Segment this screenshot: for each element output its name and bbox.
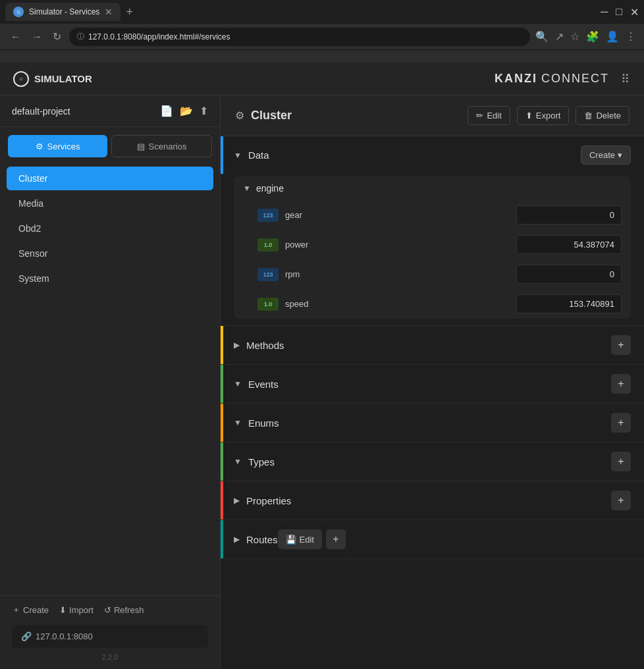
logo-icon: ○ bbox=[13, 71, 29, 87]
enums-chevron-icon: ▼ bbox=[234, 418, 242, 427]
main-content: ⚙ Cluster ✏ Edit ⬆ Export 🗑 Delete bbox=[221, 95, 644, 669]
tab-close-button[interactable]: ✕ bbox=[105, 7, 113, 17]
plus-icon: ＋ bbox=[12, 604, 20, 616]
version-text: 2.2.0 bbox=[12, 653, 208, 661]
service-item-system[interactable]: System bbox=[7, 267, 213, 290]
gear-value[interactable]: 0 bbox=[516, 205, 622, 225]
methods-section-header[interactable]: ▶ Methods + bbox=[221, 326, 644, 364]
profile-icon[interactable]: 👤 bbox=[606, 30, 619, 43]
gear-type-badge: 123 bbox=[257, 209, 279, 222]
forward-button[interactable]: → bbox=[29, 28, 45, 45]
app-title: SIMULATOR bbox=[34, 73, 92, 84]
events-chevron-icon: ▼ bbox=[234, 379, 242, 388]
data-row-gear: 123 gear 0 bbox=[234, 200, 631, 230]
engine-header[interactable]: ▼ engine bbox=[234, 176, 631, 200]
export-icon: ⬆ bbox=[525, 111, 533, 120]
scenarios-tab-label: Scenarios bbox=[149, 142, 187, 151]
address-bar[interactable]: ⓘ 127.0.0.1:8080/app/index.html#/service… bbox=[69, 28, 530, 46]
grid-icon[interactable]: ⠿ bbox=[621, 72, 631, 86]
bookmark-icon[interactable]: ☆ bbox=[570, 30, 579, 43]
sidebar: default-project 📄 📂 ⬆ ⚙ Services ▤ Scena… bbox=[0, 95, 221, 669]
edit-button[interactable]: ✏ Edit bbox=[468, 106, 510, 125]
types-section-header[interactable]: ▼ Types + bbox=[221, 442, 644, 481]
create-label: Create bbox=[23, 605, 49, 615]
data-row-speed: 1.0 speed 153.740891 bbox=[234, 289, 631, 319]
routes-section-title: Routes bbox=[246, 534, 278, 545]
cluster-icon: ⚙ bbox=[235, 109, 244, 122]
methods-section: ▶ Methods + bbox=[221, 326, 644, 365]
cluster-header: ⚙ Cluster ✏ Edit ⬆ Export 🗑 Delete bbox=[221, 95, 644, 136]
sidebar-tabs: ⚙ Services ▤ Scenarios bbox=[0, 127, 220, 157]
add-route-button[interactable]: + bbox=[326, 529, 346, 549]
add-type-button[interactable]: + bbox=[611, 452, 631, 471]
data-section-header[interactable]: ▼ Data Create ▾ bbox=[221, 136, 644, 174]
data-section-bar bbox=[221, 136, 223, 174]
new-tab-button[interactable]: + bbox=[123, 5, 136, 19]
connection-status-icon: 🔗 bbox=[21, 631, 32, 641]
new-file-icon[interactable]: 📄 bbox=[160, 105, 173, 117]
close-window-button[interactable]: ✕ bbox=[630, 6, 639, 18]
service-item-sensor[interactable]: Sensor bbox=[7, 242, 213, 265]
add-method-button[interactable]: + bbox=[611, 335, 631, 355]
events-section-title: Events bbox=[248, 379, 279, 390]
tab-services[interactable]: ⚙ Services bbox=[8, 135, 107, 157]
enums-section-title: Enums bbox=[248, 417, 279, 429]
enums-section: ▼ Enums + bbox=[221, 404, 644, 442]
routes-chevron-icon: ▶ bbox=[234, 535, 240, 544]
routes-edit-button[interactable]: 💾 Edit bbox=[278, 529, 322, 549]
upload-icon[interactable]: ⬆ bbox=[200, 105, 208, 117]
open-folder-icon[interactable]: 📂 bbox=[180, 105, 193, 117]
maximize-button[interactable]: □ bbox=[616, 6, 622, 18]
routes-section: ▶ Routes 💾 Edit + bbox=[221, 520, 644, 559]
active-tab[interactable]: S Simulator - Services ✕ bbox=[5, 3, 121, 21]
extensions-icon[interactable]: 🧩 bbox=[586, 30, 599, 43]
rpm-value[interactable]: 0 bbox=[516, 265, 622, 284]
properties-section: ▶ Properties + bbox=[221, 481, 644, 520]
refresh-button[interactable]: ↺ Refresh bbox=[104, 604, 144, 616]
tab-title: Simulator - Services bbox=[29, 7, 99, 16]
routes-section-header[interactable]: ▶ Routes 💾 Edit + bbox=[221, 520, 644, 558]
reload-button[interactable]: ↻ bbox=[50, 28, 64, 45]
menu-icon[interactable]: ⋮ bbox=[626, 30, 636, 43]
rpm-type-badge: 123 bbox=[257, 268, 279, 281]
share-icon[interactable]: ↗ bbox=[555, 30, 564, 43]
methods-section-bar bbox=[221, 326, 223, 364]
service-item-cluster[interactable]: Cluster bbox=[7, 167, 213, 190]
tab-scenarios[interactable]: ▤ Scenarios bbox=[111, 135, 212, 157]
refresh-label: Refresh bbox=[114, 605, 144, 615]
services-tab-icon: ⚙ bbox=[36, 142, 43, 151]
search-icon[interactable]: 🔍 bbox=[535, 30, 549, 43]
events-section-header[interactable]: ▼ Events + bbox=[221, 365, 644, 403]
delete-icon: 🗑 bbox=[584, 111, 593, 120]
kanzi-light-text: CONNECT bbox=[541, 72, 609, 86]
add-event-button[interactable]: + bbox=[611, 374, 631, 394]
create-data-button[interactable]: Create ▾ bbox=[581, 146, 631, 165]
types-section: ▼ Types + bbox=[221, 442, 644, 481]
cluster-actions: ✏ Edit ⬆ Export 🗑 Delete bbox=[468, 106, 630, 125]
toolbar-icons: 🔍 ↗ ☆ 🧩 👤 ⋮ bbox=[535, 30, 636, 43]
properties-section-header[interactable]: ▶ Properties + bbox=[221, 481, 644, 520]
properties-section-bar bbox=[221, 481, 223, 520]
create-service-button[interactable]: ＋ Create bbox=[12, 604, 49, 616]
service-item-obd2[interactable]: Obd2 bbox=[7, 217, 213, 240]
create-chevron-icon: ▾ bbox=[618, 150, 622, 160]
import-button[interactable]: ⬇ Import bbox=[59, 604, 94, 616]
routes-edit-icon: 💾 bbox=[286, 535, 296, 545]
routes-actions: 💾 Edit + bbox=[278, 529, 346, 549]
back-button[interactable]: ← bbox=[8, 28, 24, 45]
import-icon: ⬇ bbox=[59, 605, 67, 615]
rpm-field-name: rpm bbox=[285, 269, 510, 279]
service-item-media[interactable]: Media bbox=[7, 192, 213, 215]
add-enum-button[interactable]: + bbox=[611, 413, 631, 433]
add-property-button[interactable]: + bbox=[611, 491, 631, 510]
window-controls: ─ □ ✕ bbox=[601, 6, 639, 18]
minimize-button[interactable]: ─ bbox=[601, 6, 608, 18]
power-value[interactable]: 54.387074 bbox=[516, 235, 622, 254]
power-type-badge: 1.0 bbox=[257, 238, 279, 252]
export-button[interactable]: ⬆ Export bbox=[517, 106, 570, 125]
data-row-power: 1.0 power 54.387074 bbox=[234, 230, 631, 259]
delete-button[interactable]: 🗑 Delete bbox=[576, 106, 630, 125]
enums-section-header[interactable]: ▼ Enums + bbox=[221, 404, 644, 442]
events-section: ▼ Events + bbox=[221, 365, 644, 404]
speed-value[interactable]: 153.740891 bbox=[516, 294, 622, 313]
